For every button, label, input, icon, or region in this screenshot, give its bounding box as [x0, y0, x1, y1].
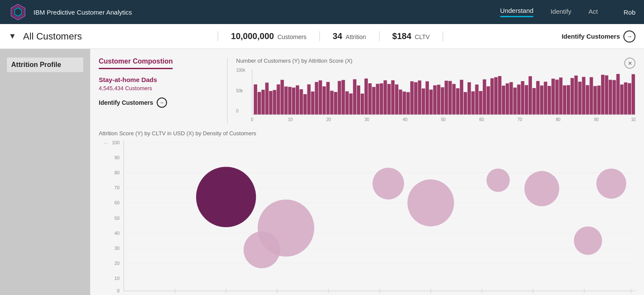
svg-rect-21: [307, 84, 311, 115]
svg-rect-46: [403, 91, 406, 115]
dropdown-chevron[interactable]: ▼: [9, 32, 16, 41]
svg-rect-35: [361, 94, 364, 115]
svg-rect-69: [490, 78, 494, 115]
svg-rect-28: [334, 92, 337, 115]
svg-rect-42: [387, 84, 391, 115]
stat-customers: 10,000,000 Customers: [218, 31, 320, 41]
svg-rect-72: [502, 85, 505, 115]
composition-panel: Customer Compostion Stay-at-home Dads 4,…: [99, 58, 228, 123]
svg-text:100: 100: [112, 140, 120, 145]
svg-rect-80: [532, 88, 536, 115]
svg-rect-84: [548, 86, 551, 115]
attrition-count: 34: [333, 31, 342, 41]
svg-rect-103: [620, 85, 623, 115]
bubble-9[interactable]: [596, 168, 626, 198]
svg-rect-31: [345, 91, 349, 115]
svg-text:60: 60: [479, 117, 484, 122]
svg-text:0: 0: [117, 288, 120, 293]
page-title: All Customers: [23, 31, 82, 42]
svg-rect-98: [601, 75, 605, 115]
bubble-1[interactable]: [196, 167, 256, 227]
svg-rect-20: [304, 94, 307, 115]
svg-text:70: 70: [115, 185, 120, 190]
attrition-label: Attrition: [346, 33, 366, 40]
svg-rect-93: [582, 77, 586, 115]
svg-rect-100: [609, 80, 612, 115]
svg-rect-22: [311, 91, 314, 115]
customers-count: 10,000,000: [231, 31, 274, 41]
svg-rect-57: [445, 81, 448, 115]
svg-rect-14: [280, 80, 284, 115]
svg-rect-47: [407, 92, 410, 115]
svg-rect-77: [521, 81, 524, 115]
svg-rect-61: [460, 80, 463, 115]
svg-rect-13: [276, 85, 280, 115]
composition-arrow-icon: →: [157, 97, 167, 108]
svg-text:30: 30: [115, 246, 120, 251]
svg-rect-48: [410, 81, 414, 115]
app-title: IBM Predictive Customer Analytics: [33, 9, 500, 16]
svg-rect-12: [273, 90, 276, 115]
svg-text:50k: 50k: [236, 88, 243, 93]
svg-rect-50: [418, 80, 421, 115]
svg-rect-106: [632, 74, 635, 115]
header-bar: ▼ All Customers 10,000,000 Customers 34 …: [0, 24, 644, 49]
bubble-8[interactable]: [574, 226, 602, 255]
svg-rect-49: [414, 82, 417, 115]
svg-text:100: 100: [631, 117, 635, 122]
top-section: Customer Compostion Stay-at-home Dads 4,…: [99, 58, 635, 123]
nav-identify[interactable]: Identify: [550, 8, 571, 17]
svg-text:30: 30: [365, 117, 369, 122]
svg-rect-76: [517, 85, 520, 115]
svg-rect-73: [506, 83, 509, 115]
svg-rect-51: [422, 88, 425, 115]
customers-label: Customers: [277, 33, 307, 40]
bubble-3[interactable]: [258, 200, 314, 257]
svg-rect-63: [468, 82, 471, 115]
sidebar: Attrition Profile: [0, 49, 90, 295]
svg-rect-34: [357, 85, 360, 115]
svg-rect-52: [425, 81, 429, 115]
svg-rect-96: [593, 86, 597, 115]
content-area: Customer Compostion Stay-at-home Dads 4,…: [90, 49, 644, 295]
svg-rect-65: [475, 85, 479, 115]
bar-chart-panel: Number of Customers (Y) by Attrition Sco…: [228, 58, 635, 123]
bar-chart-container: 100k 50k 0 0 10 20 30: [236, 67, 635, 123]
svg-rect-27: [330, 91, 334, 115]
ibm-logo: [9, 3, 27, 21]
svg-text:20: 20: [115, 261, 120, 266]
svg-rect-64: [471, 91, 475, 115]
svg-rect-68: [486, 86, 490, 115]
svg-rect-66: [479, 91, 483, 115]
stat-cltv: $184 CLTV: [380, 31, 443, 41]
bubble-6[interactable]: [486, 168, 510, 192]
composition-title: Customer Compostion: [99, 58, 219, 76]
svg-rect-39: [376, 84, 380, 115]
composition-identify-button[interactable]: Identify Customers →: [99, 97, 219, 108]
header-identify-button[interactable]: Identify Customers →: [562, 30, 635, 43]
svg-rect-43: [391, 80, 395, 115]
sidebar-item-attrition-profile[interactable]: Attrition Profile: [7, 58, 83, 72]
svg-rect-105: [628, 83, 631, 115]
svg-rect-75: [513, 88, 517, 115]
svg-rect-91: [574, 76, 578, 115]
svg-text:40: 40: [403, 117, 407, 122]
svg-rect-55: [437, 85, 440, 115]
svg-rect-24: [319, 80, 322, 115]
bubble-7[interactable]: [524, 171, 559, 206]
scatter-chart-container: 100 — 90 80 70 60 50 40 30 20 10 0: [99, 140, 635, 295]
nav-act[interactable]: Act: [589, 8, 598, 17]
bubble-4[interactable]: [373, 167, 404, 199]
svg-rect-94: [586, 85, 589, 115]
bubble-5[interactable]: [407, 179, 454, 226]
nav-understand[interactable]: Understand: [500, 7, 534, 17]
svg-text:10: 10: [288, 117, 293, 122]
svg-rect-32: [349, 94, 352, 115]
cltv-value: $184: [392, 31, 412, 41]
svg-rect-44: [395, 85, 398, 115]
user-name: Rob: [623, 9, 635, 16]
svg-text:10: 10: [115, 276, 120, 281]
svg-rect-82: [540, 85, 544, 115]
svg-rect-86: [555, 79, 559, 115]
svg-text:0: 0: [236, 109, 239, 113]
